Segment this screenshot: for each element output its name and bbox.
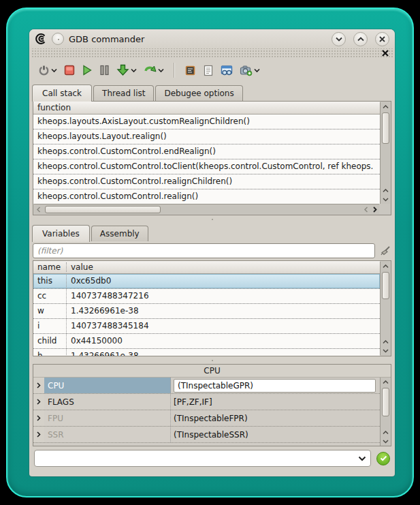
command-input[interactable] — [39, 454, 358, 463]
snapshot-button[interactable] — [238, 61, 262, 79]
call-stack-row[interactable]: kheops.control.CustomControl.endRealign(… — [33, 144, 380, 159]
column-function: function — [37, 103, 71, 112]
messages-button[interactable] — [201, 61, 216, 79]
cpu-vertical-scrollbar[interactable] — [380, 378, 390, 446]
scroll-left-icon[interactable] — [34, 205, 44, 214]
splitter-handle[interactable] — [29, 215, 395, 223]
tab-call-stack[interactable]: Call stack — [32, 85, 92, 102]
scroll-up-icon[interactable] — [381, 378, 391, 386]
close-icon — [379, 36, 385, 42]
expand-chevron-icon[interactable] — [37, 415, 41, 421]
stop-button[interactable] — [62, 61, 77, 79]
pause-button[interactable] — [97, 61, 112, 79]
step-button[interactable] — [114, 61, 139, 79]
expand-chevron-icon[interactable] — [37, 382, 41, 388]
command-row — [29, 446, 395, 467]
variable-row-this[interactable]: this0xc65db0 — [33, 274, 380, 289]
call-stack-row[interactable]: kheops.layouts.AxisLayout.customRealignC… — [33, 114, 380, 129]
cpu-register-tree: CPU (TInspectableGPR) FLAGS [PF,ZF,IF] F… — [33, 378, 391, 446]
close-button[interactable] — [375, 32, 389, 46]
close-dock-icon[interactable] — [381, 49, 389, 57]
call-stack-row[interactable]: kheops.layouts.Layout.realign() — [33, 129, 380, 144]
continue-button[interactable] — [142, 61, 166, 79]
variable-row-w[interactable]: w1.43266961e-38 — [33, 304, 380, 319]
window-title: GDB commander — [69, 34, 144, 44]
watch-button[interactable] — [219, 61, 235, 79]
send-command-button[interactable] — [376, 452, 390, 465]
step-over-icon — [144, 64, 157, 76]
column-name[interactable]: name — [33, 262, 66, 272]
call-stack-vertical-scrollbar[interactable] — [380, 102, 390, 204]
filter-row — [29, 241, 395, 260]
call-stack-list: kheops.layouts.AxisLayout.customRealignC… — [33, 114, 380, 204]
scrollbar-thumb[interactable] — [382, 112, 389, 144]
stack-tabs: Call stack Thread list Debugee options — [29, 82, 395, 101]
variables-header: name value — [33, 261, 380, 274]
clear-filter-broom-icon[interactable] — [379, 245, 391, 257]
step-into-icon — [116, 64, 129, 76]
scrollbar-thumb[interactable] — [382, 272, 389, 299]
variable-row-child[interactable]: child0x44150000 — [33, 334, 380, 349]
dock-grip[interactable] — [31, 48, 393, 59]
chevron-down-icon — [158, 68, 164, 73]
variable-row-h[interactable]: h1.43266961e-38 — [33, 349, 380, 356]
chevron-down-icon — [254, 68, 260, 73]
cpu-row-fpu[interactable]: FPU (TInspectableFPR) — [33, 410, 380, 427]
cpu-row-flags[interactable]: FLAGS [PF,ZF,IF] — [33, 394, 380, 410]
toolbar-separator — [174, 63, 175, 78]
title-bar[interactable]: GDB commander — [29, 29, 395, 48]
chevron-down-icon — [51, 68, 57, 73]
scroll-down-icon[interactable] — [381, 346, 391, 355]
variables-vertical-scrollbar[interactable] — [380, 262, 390, 355]
scroll-up-icon[interactable] — [381, 186, 391, 195]
column-value[interactable]: value — [66, 262, 380, 272]
power-icon — [38, 65, 50, 76]
watch-window-icon — [221, 65, 233, 76]
tab-variables[interactable]: Variables — [32, 225, 90, 242]
tab-debugee-options[interactable]: Debugee options — [155, 85, 242, 101]
scroll-up-icon[interactable] — [381, 262, 391, 271]
scroll-right-icon[interactable] — [370, 205, 379, 214]
stop-icon — [64, 65, 75, 76]
call-stack-header: function — [33, 102, 380, 114]
run-button[interactable] — [80, 61, 95, 79]
power-button[interactable] — [36, 61, 59, 79]
scroll-down-icon[interactable] — [381, 437, 391, 446]
call-stack-row[interactable]: kheops.control.CustomControl.realign() — [33, 189, 380, 204]
app-logo-icon — [35, 33, 47, 45]
cpu-row-ssr[interactable]: SSR (TInspectableSSR) — [33, 427, 380, 443]
scroll-up-icon[interactable] — [381, 102, 391, 111]
cpu-view-button[interactable] — [182, 61, 198, 79]
gdb-command-combobox[interactable] — [34, 450, 371, 467]
tab-thread-list[interactable]: Thread list — [93, 85, 154, 101]
expand-chevron-icon[interactable] — [37, 431, 41, 438]
chevron-up-icon — [357, 37, 364, 42]
chevron-down-icon[interactable] — [358, 456, 366, 461]
scroll-left-icon[interactable] — [361, 205, 370, 214]
tab-assembly[interactable]: Assembly — [91, 226, 148, 241]
filter-input[interactable] — [33, 243, 375, 258]
scroll-up-icon[interactable] — [381, 428, 391, 437]
variable-row-cc[interactable]: cc140737488347216 — [33, 289, 380, 304]
document-icon — [203, 65, 214, 76]
scroll-down-icon[interactable] — [381, 195, 391, 204]
scrollbar-thumb[interactable] — [45, 206, 161, 213]
scrollbar-thumb[interactable] — [382, 388, 389, 416]
call-stack-row[interactable]: kheops.control.CustomControl.realignChil… — [33, 174, 380, 189]
call-stack-row[interactable]: kheops.control.CustomControl.toClient(kh… — [33, 159, 380, 174]
pause-icon — [99, 65, 110, 76]
chevron-down-icon — [336, 37, 342, 42]
variable-row-i[interactable]: i140737488345184 — [33, 319, 380, 334]
cpu-value-editor[interactable]: (TInspectableGPR) — [174, 379, 376, 393]
call-stack-horizontal-scrollbar[interactable] — [34, 204, 379, 214]
check-icon — [380, 455, 387, 461]
expand-chevron-icon[interactable] — [37, 399, 41, 405]
cpu-panel-title: CPU — [33, 365, 391, 378]
splitter-handle[interactable] — [29, 356, 395, 364]
cpu-row-gpr[interactable]: CPU (TInspectableGPR) — [33, 378, 380, 394]
variables-list: this0xc65db0 cc140737488347216 w1.432669… — [33, 274, 380, 356]
maximize-button[interactable] — [353, 32, 368, 46]
scroll-up-icon[interactable] — [381, 337, 391, 346]
window-menu-button[interactable] — [52, 33, 64, 45]
minimize-button[interactable] — [332, 32, 346, 46]
